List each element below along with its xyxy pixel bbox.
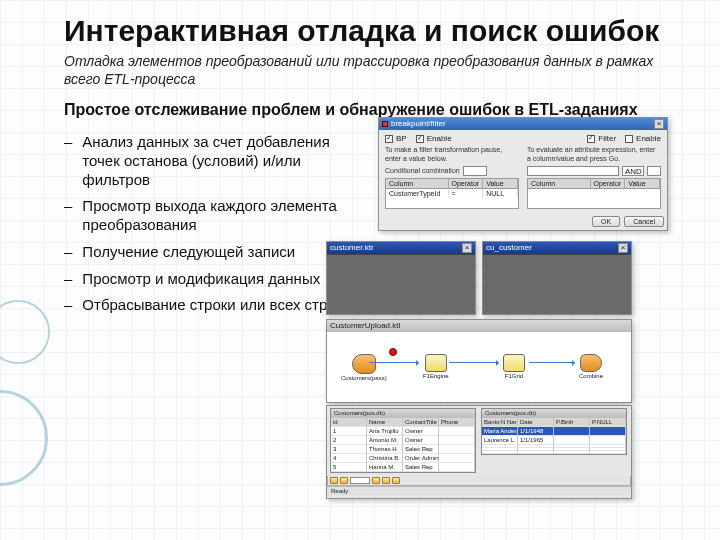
list-item: –Анализ данных за счет добавления точек …	[64, 133, 344, 189]
cond-grid-header: Column Operator Value	[385, 178, 519, 189]
last-record-icon[interactable]	[382, 477, 390, 484]
flow-titlebar: CustomerUpload.ktl	[327, 320, 631, 332]
screenshot-cluster: breakpoint/filter × BP Enable To make a …	[358, 133, 680, 323]
cancel-button[interactable]: Cancel	[624, 216, 664, 227]
next-record-icon[interactable]	[372, 477, 380, 484]
target-node-icon[interactable]	[580, 354, 602, 372]
slide-content: Интерактивная отладка и поиск ошибок Отл…	[0, 0, 720, 333]
list-item: –Просмотр выхода каждого элемента преобр…	[64, 197, 344, 235]
breakpoint-icon	[382, 121, 388, 127]
trace-panel-left: customer.ktr ×	[326, 241, 476, 315]
right-data-grid[interactable]: Customers(pos.db) Bankr.N NameDateP.Birt…	[481, 408, 627, 455]
hint-text: To evaluate an attribute expression, ent…	[527, 146, 661, 163]
refresh-icon[interactable]	[392, 477, 400, 484]
data-grid-container: Customers(pos.db) idNameContactTitlePhon…	[326, 405, 632, 499]
filter-enable-checkbox[interactable]	[625, 135, 633, 143]
breakpoint-marker[interactable]	[389, 348, 397, 356]
close-icon[interactable]: ×	[462, 243, 472, 253]
flow-arrow	[529, 362, 575, 363]
left-data-grid[interactable]: Customers(pos.db) idNameContactTitlePhon…	[330, 408, 476, 473]
filter-checkbox[interactable]	[587, 135, 595, 143]
flow-arrow	[369, 362, 419, 363]
close-icon[interactable]: ×	[618, 243, 628, 253]
trace-body	[483, 254, 631, 314]
cond-input[interactable]	[463, 166, 487, 176]
trace-titlebar: customer.ktr ×	[327, 242, 475, 254]
hint-text: To make a filter transformation pause, e…	[385, 146, 519, 163]
list-item: –Отбрасывание строки или всех строк	[64, 296, 344, 315]
dialog-title-text: breakpoint/filter	[391, 118, 446, 130]
decorative-circles	[0, 300, 52, 540]
flow-canvas[interactable]: Customers(pass) F1Engine F1Grid Combine	[327, 332, 631, 402]
bp-enable-checkbox[interactable]	[416, 135, 424, 143]
list-item: –Получение следующей записи	[64, 243, 344, 262]
prev-record-icon[interactable]	[340, 477, 348, 484]
first-record-icon[interactable]	[330, 477, 338, 484]
grid-toolbar	[327, 476, 631, 486]
slide-subtitle: Отладка элементов преобразований или тра…	[64, 53, 654, 88]
go-button[interactable]	[647, 166, 661, 176]
logic-combo[interactable]: AND	[622, 166, 644, 176]
list-item: –Просмотр и модификация данных	[64, 270, 344, 289]
cond-grid[interactable]: CustomerTypeId = NULL	[385, 189, 519, 209]
record-input[interactable]	[350, 477, 370, 484]
ok-button[interactable]: OK	[592, 216, 620, 227]
close-icon[interactable]: ×	[654, 119, 664, 129]
trace-titlebar: cu_customer ×	[483, 242, 631, 254]
dialog-titlebar: breakpoint/filter ×	[379, 118, 667, 130]
breakpoint-dialog: breakpoint/filter × BP Enable To make a …	[378, 117, 668, 231]
transform-node-icon[interactable]	[425, 354, 447, 372]
status-bar: Ready	[327, 486, 631, 495]
trace-body	[327, 254, 475, 314]
r-cond-grid[interactable]	[527, 189, 661, 209]
source-node-icon[interactable]	[352, 354, 376, 374]
transform-node-icon[interactable]	[503, 354, 525, 372]
flow-panel: CustomerUpload.ktl Customers(pass) F1Eng…	[326, 319, 632, 403]
expr-input[interactable]	[527, 166, 619, 176]
bp-checkbox[interactable]	[385, 135, 393, 143]
r-grid-header: Column Operator Value	[527, 178, 661, 189]
trace-panel-right: cu_customer ×	[482, 241, 632, 315]
flow-arrow	[449, 362, 499, 363]
bullet-list: –Анализ данных за счет добавления точек …	[64, 133, 344, 323]
slide-title: Интерактивная отладка и поиск ошибок	[64, 14, 680, 47]
